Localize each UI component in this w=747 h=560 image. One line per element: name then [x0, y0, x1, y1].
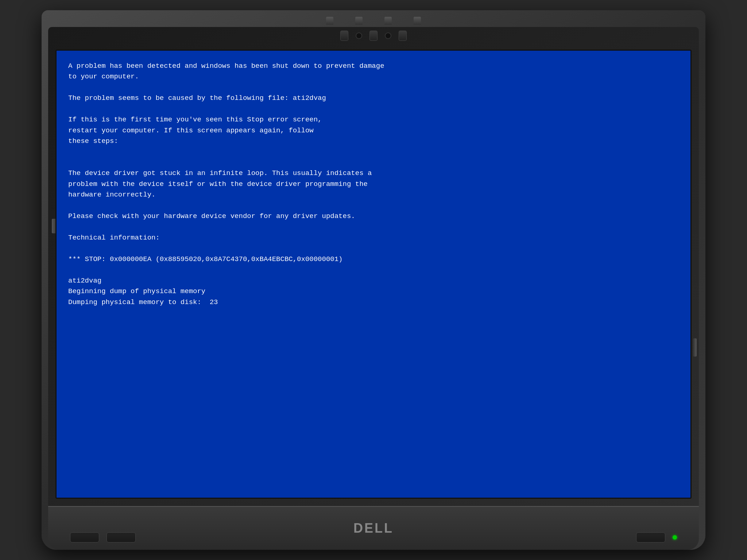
bsod-line-15: Please check with your hardware device v…: [68, 211, 679, 222]
indicator-bump-right: [399, 31, 407, 41]
bsod-line-19: *** STOP: 0x000000EA (0x88595020,0x8A7C4…: [68, 254, 679, 265]
bsod-line-11: The device driver got stuck in an infini…: [68, 168, 679, 179]
bottom-feet-left: [70, 532, 136, 542]
bsod-line-2: to your computer.: [68, 71, 679, 82]
bsod-line-13: hardware incorrectly.: [68, 190, 679, 200]
bsod-line-8: these steps:: [68, 136, 679, 147]
webcam-area: [340, 31, 407, 41]
bump-center-right: [384, 17, 392, 25]
bsod-line-23: Dumping physical memory to disk: 23: [68, 297, 679, 308]
bsod-spacer-4: [68, 158, 679, 168]
bsod-spacer-3: [68, 147, 679, 158]
foot-1: [70, 532, 99, 542]
bsod-line-17: Technical information:: [68, 233, 679, 243]
foot-2: [107, 532, 136, 542]
bump-right: [414, 17, 421, 25]
screen-bezel: A problem has been detected and windows …: [48, 27, 699, 506]
bsod-spacer-7: [68, 243, 679, 254]
bsod-line-21: ati2dvag: [68, 276, 679, 286]
screen-top-bumps: [326, 17, 421, 25]
indicator-bump-left: [340, 31, 348, 41]
bsod-spacer-5: [68, 201, 679, 211]
bsod-line-6: If this is the first time you've seen th…: [68, 114, 679, 125]
bsod-line-4: The problem seems to be caused by the fo…: [68, 93, 679, 104]
bsod-screen: A problem has been detected and windows …: [55, 50, 692, 499]
camera-dot: [385, 32, 391, 39]
bsod-line-1: A problem has been detected and windows …: [68, 61, 679, 71]
webcam: [356, 32, 362, 39]
bump-left: [326, 17, 333, 25]
laptop-bottom: DELL: [48, 506, 699, 550]
bsod-spacer-2: [68, 104, 679, 114]
bsod-line-22: Beginning dump of physical memory: [68, 286, 679, 297]
side-hinge-right: [693, 338, 697, 357]
bsod-spacer-6: [68, 222, 679, 233]
bump-center-left: [355, 17, 363, 25]
bsod-line-7: restart your computer. If this screen ap…: [68, 125, 679, 136]
foot-3: [636, 532, 665, 542]
bottom-right-area: [636, 532, 677, 542]
bsod-spacer-8: [68, 265, 679, 275]
laptop: A problem has been detected and windows …: [42, 10, 705, 550]
bsod-spacer-1: [68, 82, 679, 93]
indicator-bump-center: [369, 31, 378, 41]
power-indicator: [673, 535, 677, 540]
bsod-line-12: problem with the device itself or with t…: [68, 179, 679, 190]
dell-logo: DELL: [353, 521, 394, 536]
